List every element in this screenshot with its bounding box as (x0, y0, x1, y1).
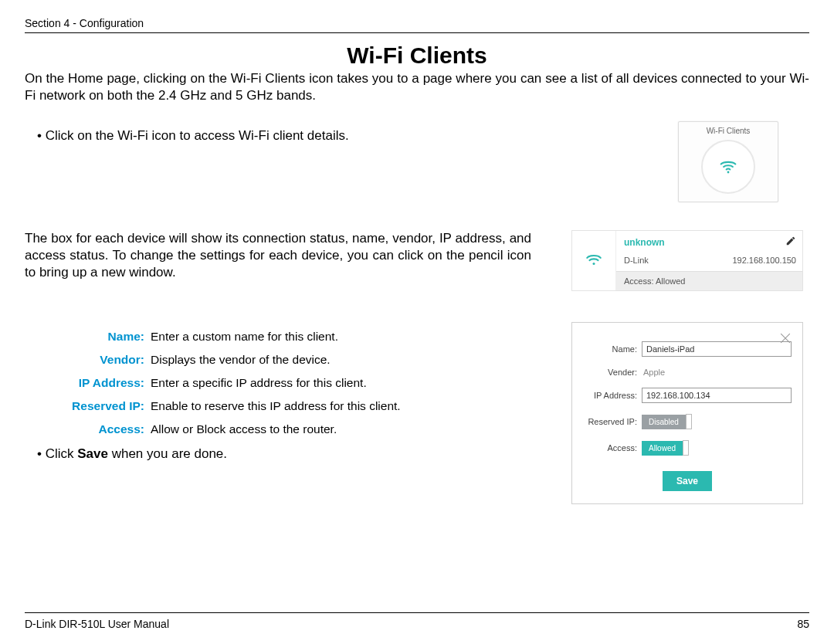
field-definitions: Name: Enter a custom name for this clien… (25, 330, 531, 436)
def-ip-label: IP Address: (25, 376, 151, 390)
dialog-name-input[interactable] (642, 341, 792, 357)
save-button[interactable]: Save (663, 471, 712, 491)
device-name: unknown (624, 237, 665, 248)
dialog-vendor-value: Apple (642, 368, 792, 377)
dialog-ip-label: IP Address: (583, 391, 642, 400)
intro-paragraph: On the Home page, clicking on the Wi-Fi … (25, 70, 809, 104)
def-name-text: Enter a custom name for this client. (151, 330, 338, 344)
def-access-text: Allow or Block access to the router. (151, 422, 337, 436)
svg-point-1 (592, 263, 595, 265)
widget-title: Wi-Fi Clients (679, 127, 778, 135)
close-icon[interactable] (776, 329, 795, 347)
footer-divider (25, 612, 809, 613)
def-name-label: Name: (25, 330, 151, 344)
device-card: unknown D-Link 192.168.100.150 Access: A… (571, 230, 803, 291)
wifi-signal-icon (584, 249, 604, 273)
footer-manual-title: D-Link DIR-510L User Manual (25, 618, 169, 630)
device-vendor: D-Link (624, 256, 649, 265)
wifi-clients-widget[interactable]: Wi-Fi Clients (678, 121, 778, 202)
def-vendor-label: Vendor: (25, 353, 151, 367)
device-ip: 192.168.100.150 (732, 256, 796, 265)
access-toggle[interactable]: Allowed (642, 440, 689, 456)
def-access-label: Access: (25, 422, 151, 436)
def-ip-text: Enter a specific IP address for this cli… (151, 376, 367, 390)
bullet-click-save: Click Save when you are done. (25, 446, 531, 463)
page-title: Wi-Fi Clients (25, 42, 809, 69)
def-vendor-text: Displays the vendor of the device. (151, 353, 331, 367)
footer-page-number: 85 (797, 618, 809, 630)
dialog-access-label: Access: (583, 443, 642, 452)
wifi-icon[interactable] (701, 140, 755, 194)
def-reserved-label: Reserved IP: (25, 399, 151, 413)
edit-pencil-icon[interactable] (785, 236, 796, 249)
dialog-vendor-label: Vender: (583, 368, 642, 377)
dialog-name-label: Name: (583, 344, 642, 354)
edit-client-dialog: Name: Vender: Apple IP Address: Reserved… (571, 322, 803, 504)
def-reserved-text: Enable to reserve this IP address for th… (151, 399, 401, 413)
device-box-description: The box for each device will show its co… (25, 230, 531, 281)
device-access-status: Access: Allowed (624, 276, 685, 286)
dialog-ip-input[interactable] (642, 388, 792, 403)
header-divider (25, 32, 809, 33)
section-header: Section 4 - Configuration (25, 17, 809, 29)
dialog-reserved-label: Reserved IP: (583, 417, 642, 426)
bullet-wifi-icon-access: Click on the Wi-Fi icon to access Wi-Fi … (25, 127, 578, 144)
svg-point-0 (727, 171, 730, 174)
reserved-ip-toggle[interactable]: Disabled (642, 414, 692, 429)
